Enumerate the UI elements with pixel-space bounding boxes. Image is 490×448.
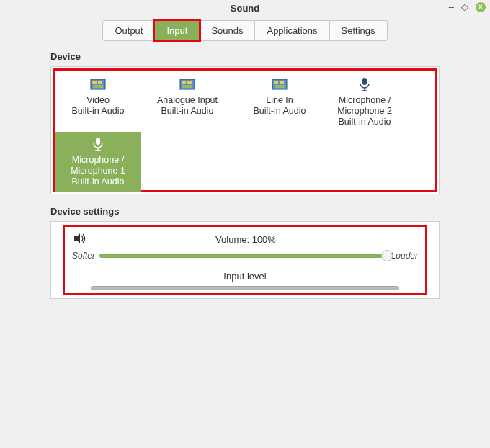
- device-microphone-2[interactable]: Microphone / Microphone 2 Built-in Audio: [321, 73, 408, 127]
- soundcard-icon: [179, 76, 196, 92]
- titlebar: Sound – ◇ ×: [0, 0, 490, 16]
- device-label: Video Built-in Audio: [55, 95, 141, 117]
- softer-label: Softer: [72, 251, 95, 261]
- volume-slider-track[interactable]: [99, 254, 387, 258]
- tab-sounds[interactable]: Sounds: [199, 20, 255, 41]
- device-section-label: Device: [50, 51, 440, 62]
- svg-rect-2: [98, 81, 102, 84]
- svg-rect-12: [362, 78, 367, 85]
- tab-output[interactable]: Output: [102, 20, 155, 41]
- minimize-button[interactable]: –: [449, 1, 454, 12]
- microphone-icon: [356, 76, 373, 92]
- close-button[interactable]: ×: [476, 2, 486, 12]
- devices-panel: Video Built-in Audio Analogue Input Buil…: [50, 66, 440, 194]
- device-settings-section-label: Device settings: [50, 206, 440, 217]
- maximize-button[interactable]: ◇: [461, 1, 468, 12]
- svg-rect-1: [92, 81, 97, 84]
- device-settings-inner: Volume: 100% Softer Louder Input level: [63, 225, 427, 295]
- device-label: Line In Built-in Audio: [236, 95, 323, 117]
- tab-applications[interactable]: Applications: [254, 20, 329, 41]
- device-analogue-input[interactable]: Analogue Input Built-in Audio: [144, 73, 231, 117]
- device-label: Analogue Input Built-in Audio: [144, 95, 231, 117]
- soundcard-icon: [271, 76, 288, 92]
- svg-rect-15: [96, 138, 100, 145]
- svg-rect-3: [93, 85, 103, 88]
- device-line-in[interactable]: Line In Built-in Audio: [236, 73, 323, 117]
- tab-settings[interactable]: Settings: [329, 20, 388, 41]
- device-grid: Video Built-in Audio Analogue Input Buil…: [53, 68, 437, 192]
- device-microphone-1[interactable]: Microphone / Microphone 1 Built-in Audio: [55, 132, 141, 192]
- svg-rect-6: [187, 81, 192, 84]
- volume-label: Volume: 100%: [86, 234, 405, 245]
- device-label: Microphone / Microphone 1 Built-in Audio: [55, 155, 141, 187]
- svg-rect-7: [182, 85, 192, 88]
- device-settings-panel: Volume: 100% Softer Louder Input level: [50, 221, 440, 299]
- svg-rect-9: [274, 81, 278, 84]
- svg-rect-11: [275, 85, 285, 88]
- louder-label: Louder: [391, 251, 418, 261]
- tab-input[interactable]: Input: [154, 20, 200, 41]
- input-level-meter: [91, 286, 399, 290]
- tabs: Output Input Sounds Applications Setting…: [0, 20, 490, 41]
- svg-rect-5: [182, 81, 186, 84]
- microphone-icon: [89, 136, 107, 152]
- soundcard-icon: [89, 76, 107, 92]
- window-controls: – ◇ ×: [449, 1, 486, 12]
- svg-rect-10: [280, 81, 284, 84]
- device-label: Microphone / Microphone 2 Built-in Audio: [321, 95, 408, 127]
- svg-marker-18: [74, 233, 80, 243]
- device-video[interactable]: Video Built-in Audio: [55, 73, 141, 117]
- window-title: Sound: [231, 3, 259, 14]
- volume-slider[interactable]: Softer Louder: [72, 251, 418, 261]
- volume-slider-thumb[interactable]: [381, 250, 393, 261]
- volume-icon: [74, 233, 86, 246]
- input-level-label: Input level: [72, 271, 418, 282]
